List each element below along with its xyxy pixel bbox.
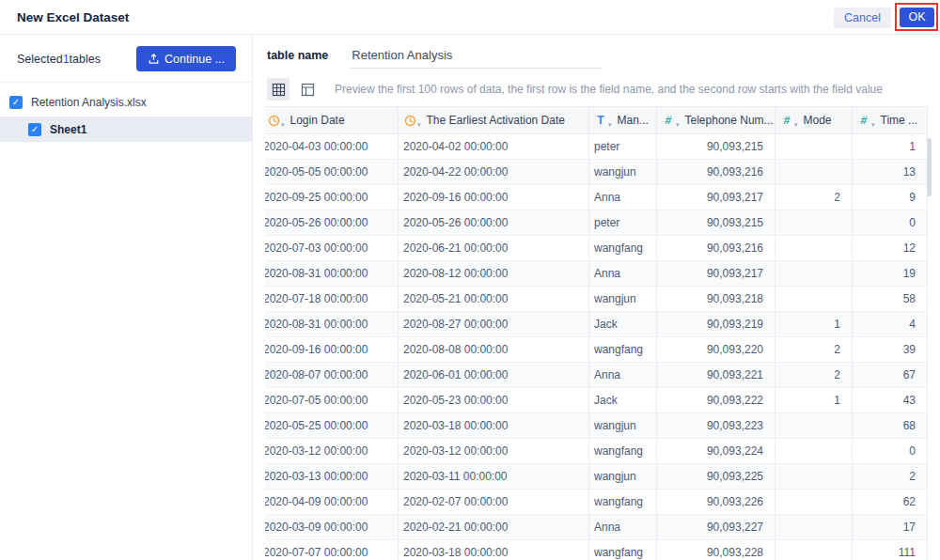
cell-login-date: 2020-08-31 00:00:00 bbox=[265, 261, 399, 287]
cell-value: 2020-02-07 00:00:00 bbox=[403, 495, 508, 508]
table-row: 2020-08-31 00:00:002020-08-12 00:00:00An… bbox=[265, 261, 929, 287]
cell-the-earliest-activation-date: 2020-04-22 00:00:00 bbox=[399, 160, 589, 185]
cell-time: 0 bbox=[853, 439, 928, 464]
cell-value: 90,093,217 bbox=[707, 267, 763, 280]
ok-button[interactable]: OK bbox=[900, 8, 934, 27]
cell-value: 90,093,216 bbox=[707, 165, 763, 179]
cell-the-earliest-activation-date: 2020-04-02 00:00:00 bbox=[399, 134, 589, 160]
cell-the-earliest-activation-date: 2020-08-08 00:00:00 bbox=[399, 337, 589, 363]
cell-value: 90,093,222 bbox=[707, 394, 763, 407]
preview-toolbar: Preview the first 100 rows of data, the … bbox=[267, 78, 883, 101]
cell-value: 17 bbox=[903, 521, 916, 534]
cell-login-date: 2020-07-07 00:00:00 bbox=[265, 540, 399, 560]
column-header-telephone-num[interactable]: #▾Telephone Num... bbox=[657, 107, 776, 134]
cell-login-date: 2020-03-13 00:00:00 bbox=[265, 464, 399, 490]
cell-value: 2 bbox=[834, 191, 840, 204]
column-header-man[interactable]: T▾Man... bbox=[589, 107, 657, 134]
cell-value: 2020-02-21 00:00:00 bbox=[403, 521, 508, 534]
cell-man: wangjun bbox=[589, 160, 657, 185]
cell-value: 2020-08-07 00:00:00 bbox=[265, 368, 368, 381]
table-row: 2020-09-25 00:00:002020-09-16 00:00:00An… bbox=[265, 185, 929, 210]
cell-value: Jack bbox=[594, 394, 618, 407]
cell-login-date: 2020-08-07 00:00:00 bbox=[265, 363, 399, 388]
cell-value: wangfang bbox=[594, 343, 643, 356]
cell-value: 90,093,224 bbox=[707, 444, 763, 458]
cell-time: 68 bbox=[853, 413, 928, 439]
cell-value: 2 bbox=[909, 470, 916, 483]
cell-man: Anna bbox=[589, 363, 657, 388]
cell-value: wangfang bbox=[594, 495, 643, 508]
table-row: 2020-08-31 00:00:002020-08-27 00:00:00Ja… bbox=[265, 312, 929, 337]
cell-telephone-num: 90,093,220 bbox=[657, 337, 776, 363]
table-name-row: table name bbox=[267, 48, 602, 69]
cell-man: Anna bbox=[589, 261, 657, 287]
cell-man: wangjun bbox=[589, 464, 657, 490]
cell-mode bbox=[776, 160, 853, 185]
table-name-input[interactable] bbox=[350, 48, 602, 69]
cell-value: 1 bbox=[834, 394, 840, 407]
sheet-selection-sidebar: Selected1tables Continue ... ✓ Retention… bbox=[0, 35, 253, 560]
grid-view-button[interactable] bbox=[267, 78, 290, 101]
column-header-login-date[interactable]: ▾Login Date bbox=[265, 107, 399, 134]
column-header-the-earliest-activation-date[interactable]: ▾The Earliest Activation Date bbox=[399, 107, 589, 134]
cell-login-date: 2020-04-03 00:00:00 bbox=[265, 134, 399, 160]
cell-value: Anna bbox=[594, 191, 620, 204]
cell-telephone-num: 90,093,223 bbox=[657, 413, 776, 439]
grid-icon bbox=[272, 83, 286, 97]
cell-value: 58 bbox=[903, 292, 916, 305]
cell-mode bbox=[776, 490, 853, 515]
number-icon: # bbox=[856, 114, 870, 127]
cell-value: Anna bbox=[594, 368, 620, 381]
cell-the-earliest-activation-date: 2020-02-07 00:00:00 bbox=[399, 490, 589, 515]
cell-time: 9 bbox=[853, 185, 928, 210]
cell-time: 43 bbox=[853, 388, 928, 413]
layout-view-button[interactable] bbox=[296, 78, 319, 101]
cell-the-earliest-activation-date: 2020-09-16 00:00:00 bbox=[399, 185, 589, 210]
table-row: 2020-07-03 00:00:002020-06-21 00:00:00wa… bbox=[265, 236, 929, 261]
cell-mode bbox=[776, 287, 853, 312]
cell-mode: 2 bbox=[776, 185, 853, 210]
cell-value: 4 bbox=[909, 318, 916, 331]
cell-time: 67 bbox=[853, 363, 928, 388]
sheet-checkbox[interactable]: ✓ bbox=[28, 123, 41, 136]
cell-value: 2020-05-26 00:00:00 bbox=[403, 216, 508, 229]
table-row: 2020-07-07 00:00:002020-03-18 00:00:00wa… bbox=[265, 540, 929, 560]
cell-login-date: 2020-05-05 00:00:00 bbox=[265, 160, 399, 185]
cell-value: 2020-03-12 00:00:00 bbox=[265, 444, 368, 458]
cell-value: wangjun bbox=[594, 419, 636, 432]
cell-value: 2020-05-26 00:00:00 bbox=[265, 216, 368, 229]
cell-mode: 2 bbox=[776, 337, 853, 363]
cell-telephone-num: 90,093,227 bbox=[657, 515, 776, 540]
cell-telephone-num: 90,093,217 bbox=[657, 261, 776, 287]
cell-value: peter bbox=[594, 216, 619, 229]
selected-tables-row: Selected1tables Continue ... bbox=[0, 35, 252, 83]
cell-value: 2020-05-05 00:00:00 bbox=[265, 165, 368, 179]
continue-button[interactable]: Continue ... bbox=[136, 46, 236, 71]
column-header-time[interactable]: #▾Time ... bbox=[853, 107, 928, 134]
cell-the-earliest-activation-date: 2020-08-27 00:00:00 bbox=[399, 312, 589, 337]
cell-value: wangfang bbox=[594, 241, 643, 255]
cell-value: 2020-08-31 00:00:00 bbox=[265, 318, 368, 331]
cell-mode: 1 bbox=[776, 312, 853, 337]
cell-value: wangjun bbox=[594, 470, 636, 483]
cell-mode bbox=[776, 236, 853, 261]
cell-value: 90,093,216 bbox=[707, 241, 763, 255]
cell-value: 1 bbox=[909, 140, 916, 153]
sheet-item-sheet1[interactable]: ✓ Sheet1 bbox=[0, 117, 252, 142]
dataset-preview-panel: table name Previ bbox=[254, 35, 940, 560]
cell-value: 90,093,219 bbox=[707, 318, 763, 331]
cell-telephone-num: 90,093,218 bbox=[657, 287, 776, 312]
vertical-scrollbar-thumb[interactable] bbox=[927, 138, 932, 196]
file-checkbox[interactable]: ✓ bbox=[9, 96, 23, 109]
cell-value: 90,093,215 bbox=[707, 216, 763, 229]
column-header-label: The Earliest Activation Date bbox=[427, 114, 565, 127]
file-item-retention-analysis[interactable]: ✓ Retention Analysis.xlsx bbox=[0, 90, 252, 114]
cell-value: 0 bbox=[909, 216, 916, 229]
cell-man: Jack bbox=[589, 388, 657, 413]
cancel-button[interactable]: Cancel bbox=[834, 8, 891, 28]
sort-caret-icon: ▾ bbox=[676, 121, 680, 129]
cell-login-date: 2020-09-16 00:00:00 bbox=[265, 337, 399, 363]
column-header-mode[interactable]: #▾Mode bbox=[776, 107, 853, 134]
cell-value: 62 bbox=[903, 495, 916, 508]
sort-caret-icon: ▾ bbox=[417, 121, 421, 129]
